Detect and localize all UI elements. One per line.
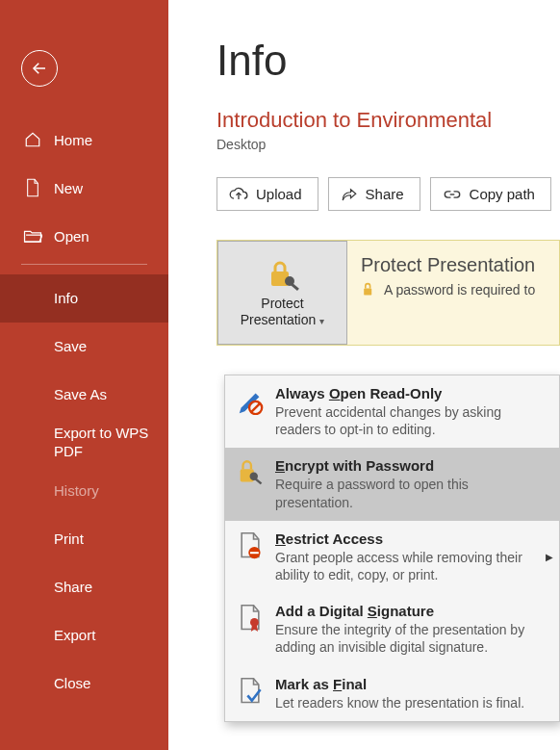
lock-key-icon [236,458,265,487]
submenu-arrow-icon: ▶ [546,552,553,562]
sidebar-item-saveas[interactable]: Save As [0,371,168,419]
menu-item-title: Encrypt with Password [275,457,547,474]
menu-item-desc: Let readers know the presentation is fin… [275,694,547,711]
link-icon [443,188,462,201]
sidebar-item-label: Print [54,530,84,549]
sidebar-item-label: Info [54,290,78,308]
protect-header: Protect Presentation [361,254,535,276]
menu-item-desc: Prevent accidental changes by asking rea… [275,403,547,438]
sidebar-item-close[interactable]: Close [0,659,168,708]
menu-item-title: Add a Digital Signature [275,603,547,619]
chevron-down-icon: ▾ [319,316,324,326]
sidebar-item-label: Close [54,675,90,693]
lock-small-icon [361,282,376,297]
sidebar-item-label: Home [54,132,92,148]
sidebar-item-save[interactable]: Save [0,323,168,371]
sidebar-item-open[interactable]: Open [0,212,168,260]
protect-presentation-panel: Protect Presentation▾ Protect Presentati… [216,240,560,346]
menu-item-open-readonly[interactable]: Always Open Read-Only Prevent accidental… [225,375,559,448]
share-button[interactable]: Share [328,177,420,211]
menu-item-desc: Grant people access while removing their… [275,549,547,583]
svg-point-12 [250,618,259,627]
open-folder-icon [23,228,42,244]
menu-item-restrict-access[interactable]: Restrict Access Grant people access whil… [225,521,559,593]
sidebar-item-label: New [54,180,83,196]
sidebar-item-home[interactable]: Home [0,116,168,164]
presentation-title: Introduction to Environmental [216,108,560,133]
sidebar-item-label: Export [54,627,95,645]
menu-item-digital-signature[interactable]: Add a Digital Signature Ensure the integ… [225,593,559,665]
back-arrow-icon [31,60,48,77]
home-icon [24,131,41,148]
button-label: Copy path [470,186,535,202]
protect-subtext: A password is required to [384,282,535,297]
sidebar-separator [21,264,147,265]
doc-ribbon-icon [237,604,264,633]
presentation-path: Desktop [216,137,560,152]
menu-item-desc: Ensure the integrity of the presentation… [275,621,547,656]
svg-rect-11 [250,552,259,554]
button-label-line2: Presentation [241,312,317,327]
upload-button[interactable]: Upload [216,177,318,211]
upload-cloud-icon [229,187,248,202]
button-label: Share [366,186,404,202]
sidebar-item-share[interactable]: Share [0,563,168,611]
menu-item-title: Restrict Access [275,530,547,547]
sidebar-item-label: Open [54,228,89,245]
protect-presentation-button[interactable]: Protect Presentation▾ [217,241,347,345]
backstage-sidebar: Home New Open Info Save Save As [0,0,168,750]
menu-item-encrypt-password[interactable]: Encrypt with Password Require a password… [225,448,559,520]
new-doc-icon [25,178,40,197]
sidebar-item-history: History [0,467,168,515]
doc-check-icon [237,677,264,706]
pen-prohibit-icon [236,386,265,415]
svg-rect-9 [255,478,262,485]
sidebar-item-label: History [54,482,99,501]
button-label-line1: Protect [261,296,303,311]
sidebar-item-export[interactable]: Export [0,611,168,659]
info-toolbar: Upload Share Copy path [216,177,560,211]
page-title: Info [216,37,560,85]
sidebar-item-label: Save As [54,386,107,404]
sidebar-item-label: Export to WPS PDF [54,425,168,461]
menu-item-title: Mark as Final [275,676,547,692]
sidebar-item-print[interactable]: Print [0,515,168,563]
share-icon [341,187,358,202]
doc-restrict-icon [237,531,264,560]
back-button[interactable] [21,50,58,87]
menu-item-title: Always Open Read-Only [275,385,547,401]
svg-line-6 [251,403,260,412]
menu-item-desc: Require a password to open this presenta… [275,476,547,510]
protect-dropdown-menu: Always Open Read-Only Prevent accidental… [224,375,560,722]
sidebar-item-label: Save [54,338,87,356]
sidebar-item-label: Share [54,579,92,597]
copy-path-button[interactable]: Copy path [430,177,551,211]
svg-rect-4 [364,288,371,295]
lock-key-icon [264,257,302,292]
svg-rect-3 [291,283,299,291]
sidebar-item-new[interactable]: New [0,164,168,212]
sidebar-item-export-wps[interactable]: Export to WPS PDF [0,419,168,467]
sidebar-item-info[interactable]: Info [0,274,168,323]
menu-item-mark-final[interactable]: Mark as Final Let readers know the prese… [225,666,559,721]
button-label: Upload [256,186,302,202]
